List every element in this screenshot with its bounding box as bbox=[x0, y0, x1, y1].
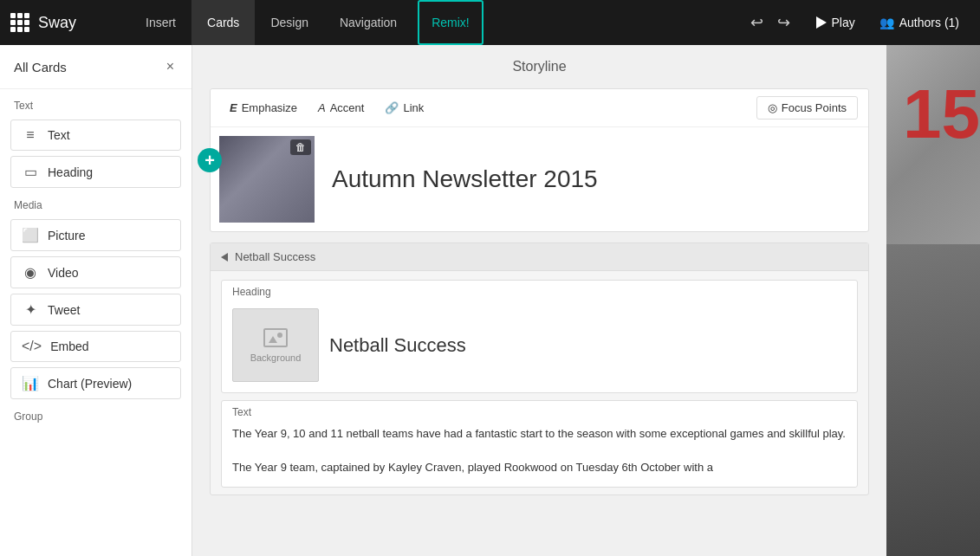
undo-redo-group: ↩ ↪ bbox=[738, 10, 802, 36]
inner-heading-label: Heading bbox=[222, 281, 857, 301]
person-silhouette bbox=[886, 244, 980, 556]
top-navigation: Sway Insert Cards Design Navigation Remi… bbox=[0, 0, 980, 45]
main-heading-card: E Emphasize A Accent 🔗 Link bbox=[210, 88, 869, 232]
text-para-2: The Year 9 team, captained by Kayley Cra… bbox=[232, 459, 847, 476]
sidebar-item-chart-label: Chart (Preview) bbox=[48, 377, 132, 391]
main-heading-text[interactable]: Autumn Newsletter 2015 bbox=[315, 165, 598, 193]
netball-card-group: Netball Success Heading Background Netba… bbox=[210, 242, 869, 495]
sidebar-group-label: Group bbox=[0, 402, 191, 428]
heading-card-icon: ▭ bbox=[22, 164, 39, 180]
background-label: Background bbox=[250, 352, 302, 363]
sidebar: All Cards × Text ≡ Text ▭ Heading Media … bbox=[0, 45, 192, 556]
card-toolbar: E Emphasize A Accent 🔗 Link bbox=[211, 89, 868, 127]
redo-button[interactable]: ↪ bbox=[772, 10, 795, 36]
sidebar-item-chart[interactable]: 📊 Chart (Preview) bbox=[10, 367, 181, 399]
authors-icon: 👥 bbox=[879, 16, 894, 29]
placeholder-image-icon bbox=[263, 328, 288, 347]
right-panel: ‹ 15 bbox=[886, 45, 980, 556]
nav-menu: Insert Cards Design Navigation Remix! bbox=[130, 0, 489, 45]
focus-points-button[interactable]: ◎ Focus Points bbox=[756, 96, 858, 120]
netball-card-header: Netball Success bbox=[211, 243, 868, 271]
logo-area: Sway bbox=[0, 13, 130, 32]
app-grid-icon[interactable] bbox=[10, 13, 29, 32]
sidebar-title: All Cards bbox=[14, 60, 67, 74]
storyline-container: Storyline + E Emphasize A Accent bbox=[192, 45, 886, 556]
card-content: 🗑 Autumn Newsletter 2015 bbox=[211, 127, 868, 231]
main-area: All Cards × Text ≡ Text ▭ Heading Media … bbox=[0, 45, 980, 556]
video-card-icon: ◉ bbox=[22, 264, 39, 281]
storyline-header: Storyline bbox=[192, 45, 886, 88]
text-card-label: Text bbox=[222, 401, 857, 422]
netball-text-card: Text The Year 9, 10 and 11 netball teams… bbox=[221, 400, 858, 488]
sidebar-media-label: Media bbox=[0, 191, 191, 217]
text-card-icon: ≡ bbox=[22, 127, 39, 143]
accent-icon: A bbox=[318, 101, 326, 114]
app-logo: Sway bbox=[38, 14, 76, 32]
undo-button[interactable]: ↩ bbox=[745, 10, 769, 36]
background-placeholder[interactable]: Background bbox=[232, 308, 319, 382]
add-card-button[interactable]: + bbox=[198, 148, 222, 172]
main-card-container: + E Emphasize A Accent 🔗 Link bbox=[210, 88, 869, 232]
cards-area: + E Emphasize A Accent 🔗 Link bbox=[192, 88, 886, 513]
text-para-1: The Year 9, 10 and 11 netball teams have… bbox=[232, 425, 847, 443]
picture-card-icon: ⬜ bbox=[22, 227, 39, 243]
play-button[interactable]: Play bbox=[806, 10, 866, 35]
play-triangle-icon bbox=[816, 16, 827, 29]
text-card-body: The Year 9, 10 and 11 netball teams have… bbox=[222, 422, 857, 487]
inner-heading-card: Heading Background Netball Success bbox=[221, 280, 858, 393]
right-panel-top: 15 bbox=[886, 45, 980, 244]
delete-image-button[interactable]: 🗑 bbox=[290, 139, 311, 155]
focus-icon: ◎ bbox=[768, 101, 777, 114]
sidebar-item-embed[interactable]: </> Embed bbox=[10, 331, 181, 362]
sidebar-item-picture-label: Picture bbox=[48, 229, 86, 242]
sidebar-item-embed-label: Embed bbox=[50, 339, 88, 353]
inner-card-content: Background Netball Success bbox=[222, 301, 857, 392]
card-image: 🗑 bbox=[219, 136, 315, 223]
collapse-arrow-icon[interactable] bbox=[221, 253, 228, 262]
sidebar-item-tweet[interactable]: ✦ Tweet bbox=[10, 294, 181, 326]
sidebar-item-text-label: Text bbox=[48, 128, 70, 142]
sidebar-header: All Cards × bbox=[0, 45, 191, 89]
authors-button[interactable]: 👥 Authors (1) bbox=[869, 10, 970, 35]
sidebar-item-heading-label: Heading bbox=[48, 165, 93, 179]
sidebar-item-video[interactable]: ◉ Video bbox=[10, 256, 181, 288]
tweet-card-icon: ✦ bbox=[22, 301, 39, 318]
link-icon: 🔗 bbox=[385, 101, 399, 114]
sidebar-item-tweet-label: Tweet bbox=[48, 303, 80, 317]
embed-card-icon: </> bbox=[22, 339, 42, 354]
emphasize-icon: E bbox=[230, 101, 237, 114]
sidebar-item-heading[interactable]: ▭ Heading bbox=[10, 156, 181, 188]
netball-section-title: Netball Success bbox=[235, 250, 315, 263]
nav-cards[interactable]: Cards bbox=[191, 0, 255, 45]
nav-remix[interactable]: Remix! bbox=[418, 0, 484, 45]
netball-heading-text[interactable]: Netball Success bbox=[329, 334, 466, 357]
chart-card-icon: 📊 bbox=[22, 375, 39, 391]
link-button[interactable]: 🔗 Link bbox=[376, 97, 432, 119]
emphasize-button[interactable]: E Emphasize bbox=[221, 97, 306, 119]
right-panel-person bbox=[886, 244, 980, 556]
nav-navigation[interactable]: Navigation bbox=[324, 0, 412, 45]
nav-insert[interactable]: Insert bbox=[130, 0, 191, 45]
sidebar-item-picture[interactable]: ⬜ Picture bbox=[10, 219, 181, 251]
year-number: 15 bbox=[903, 80, 980, 149]
sidebar-item-video-label: Video bbox=[48, 266, 79, 280]
accent-button[interactable]: A Accent bbox=[309, 97, 373, 119]
right-panel-content: 15 bbox=[886, 45, 980, 556]
sidebar-close-button[interactable]: × bbox=[163, 57, 178, 76]
sidebar-section-text: Text bbox=[0, 89, 191, 117]
nav-right-area: ↩ ↪ Play 👥 Authors (1) bbox=[738, 10, 980, 36]
nav-design[interactable]: Design bbox=[255, 0, 324, 45]
sidebar-item-text[interactable]: ≡ Text bbox=[10, 120, 181, 151]
